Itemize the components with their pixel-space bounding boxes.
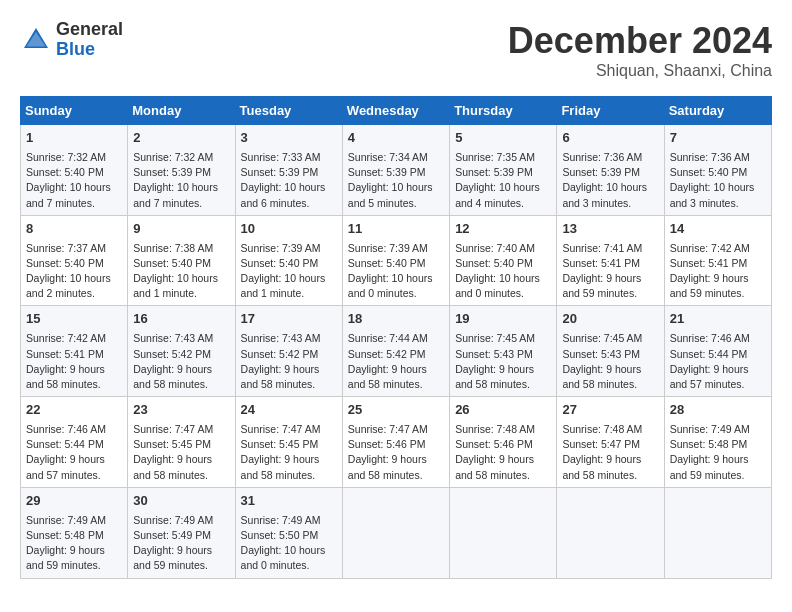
day-number: 4 — [348, 129, 444, 148]
cell-info-line: Sunrise: 7:40 AM — [455, 241, 551, 256]
calendar-cell: 21Sunrise: 7:46 AMSunset: 5:44 PMDayligh… — [664, 306, 771, 397]
day-number: 30 — [133, 492, 229, 511]
calendar-cell: 2Sunrise: 7:32 AMSunset: 5:39 PMDaylight… — [128, 125, 235, 216]
cell-info-line: Sunset: 5:42 PM — [241, 347, 337, 362]
cell-info-line: Sunrise: 7:43 AM — [241, 331, 337, 346]
cell-info-line: Sunrise: 7:49 AM — [26, 513, 122, 528]
cell-info-line: Sunset: 5:40 PM — [26, 165, 122, 180]
cell-info-line: Sunset: 5:44 PM — [26, 437, 122, 452]
cell-info-line: Sunrise: 7:45 AM — [562, 331, 658, 346]
cell-info-line: Sunset: 5:43 PM — [455, 347, 551, 362]
day-number: 20 — [562, 310, 658, 329]
cell-info-line: Sunset: 5:39 PM — [562, 165, 658, 180]
cell-info-line: Sunrise: 7:38 AM — [133, 241, 229, 256]
day-number: 21 — [670, 310, 766, 329]
cell-info-line: Daylight: 10 hours and 0 minutes. — [241, 543, 337, 573]
day-number: 24 — [241, 401, 337, 420]
cell-info-line: Daylight: 9 hours and 58 minutes. — [26, 362, 122, 392]
cell-info-line: Sunset: 5:48 PM — [26, 528, 122, 543]
cell-info-line: Sunrise: 7:34 AM — [348, 150, 444, 165]
cell-info-line: Sunrise: 7:48 AM — [562, 422, 658, 437]
day-number: 27 — [562, 401, 658, 420]
calendar-cell: 19Sunrise: 7:45 AMSunset: 5:43 PMDayligh… — [450, 306, 557, 397]
day-number: 14 — [670, 220, 766, 239]
cell-info-line: Sunrise: 7:45 AM — [455, 331, 551, 346]
cell-info-line: Daylight: 10 hours and 4 minutes. — [455, 180, 551, 210]
cell-info-line: Daylight: 9 hours and 59 minutes. — [670, 452, 766, 482]
cell-info-line: Sunrise: 7:33 AM — [241, 150, 337, 165]
logo-blue: Blue — [56, 40, 123, 60]
calendar-cell: 14Sunrise: 7:42 AMSunset: 5:41 PMDayligh… — [664, 215, 771, 306]
cell-info-line: Daylight: 9 hours and 59 minutes. — [133, 543, 229, 573]
cell-info-line: Sunset: 5:43 PM — [562, 347, 658, 362]
cell-info-line: Daylight: 10 hours and 7 minutes. — [26, 180, 122, 210]
calendar-cell: 30Sunrise: 7:49 AMSunset: 5:49 PMDayligh… — [128, 487, 235, 578]
cell-info-line: Sunrise: 7:49 AM — [241, 513, 337, 528]
cell-info-line: Daylight: 10 hours and 6 minutes. — [241, 180, 337, 210]
cell-info-line: Sunset: 5:40 PM — [348, 256, 444, 271]
cell-info-line: Sunrise: 7:42 AM — [26, 331, 122, 346]
title-block: December 2024 Shiquan, Shaanxi, China — [508, 20, 772, 80]
day-number: 25 — [348, 401, 444, 420]
calendar-cell: 8Sunrise: 7:37 AMSunset: 5:40 PMDaylight… — [21, 215, 128, 306]
cell-info-line: Sunrise: 7:36 AM — [670, 150, 766, 165]
calendar-header-row: SundayMondayTuesdayWednesdayThursdayFrid… — [21, 97, 772, 125]
cell-info-line: Sunrise: 7:39 AM — [348, 241, 444, 256]
day-number: 15 — [26, 310, 122, 329]
day-number: 10 — [241, 220, 337, 239]
day-number: 17 — [241, 310, 337, 329]
day-number: 7 — [670, 129, 766, 148]
cell-info-line: Sunset: 5:42 PM — [133, 347, 229, 362]
cell-info-line: Daylight: 9 hours and 57 minutes. — [26, 452, 122, 482]
day-number: 5 — [455, 129, 551, 148]
calendar-header-saturday: Saturday — [664, 97, 771, 125]
day-number: 18 — [348, 310, 444, 329]
cell-info-line: Sunset: 5:42 PM — [348, 347, 444, 362]
cell-info-line: Daylight: 9 hours and 58 minutes. — [562, 452, 658, 482]
cell-info-line: Sunset: 5:41 PM — [26, 347, 122, 362]
day-number: 1 — [26, 129, 122, 148]
day-number: 2 — [133, 129, 229, 148]
cell-info-line: Daylight: 9 hours and 58 minutes. — [455, 452, 551, 482]
calendar-cell: 22Sunrise: 7:46 AMSunset: 5:44 PMDayligh… — [21, 397, 128, 488]
cell-info-line: Sunrise: 7:49 AM — [670, 422, 766, 437]
logo-general: General — [56, 20, 123, 40]
cell-info-line: Sunset: 5:39 PM — [241, 165, 337, 180]
calendar-header-monday: Monday — [128, 97, 235, 125]
calendar-cell: 9Sunrise: 7:38 AMSunset: 5:40 PMDaylight… — [128, 215, 235, 306]
cell-info-line: Sunrise: 7:47 AM — [348, 422, 444, 437]
calendar-cell: 1Sunrise: 7:32 AMSunset: 5:40 PMDaylight… — [21, 125, 128, 216]
cell-info-line: Sunrise: 7:43 AM — [133, 331, 229, 346]
logo-text: General Blue — [56, 20, 123, 60]
cell-info-line: Daylight: 10 hours and 0 minutes. — [348, 271, 444, 301]
location: Shiquan, Shaanxi, China — [508, 62, 772, 80]
cell-info-line: Sunrise: 7:47 AM — [241, 422, 337, 437]
cell-info-line: Sunset: 5:49 PM — [133, 528, 229, 543]
cell-info-line: Sunset: 5:46 PM — [455, 437, 551, 452]
cell-info-line: Daylight: 9 hours and 58 minutes. — [133, 362, 229, 392]
cell-info-line: Sunset: 5:50 PM — [241, 528, 337, 543]
day-number: 12 — [455, 220, 551, 239]
calendar-cell: 3Sunrise: 7:33 AMSunset: 5:39 PMDaylight… — [235, 125, 342, 216]
cell-info-line: Sunrise: 7:48 AM — [455, 422, 551, 437]
cell-info-line: Sunset: 5:48 PM — [670, 437, 766, 452]
month-title: December 2024 — [508, 20, 772, 62]
cell-info-line: Sunset: 5:44 PM — [670, 347, 766, 362]
logo: General Blue — [20, 20, 123, 60]
calendar-table: SundayMondayTuesdayWednesdayThursdayFrid… — [20, 96, 772, 579]
cell-info-line: Daylight: 9 hours and 59 minutes. — [26, 543, 122, 573]
calendar-header-wednesday: Wednesday — [342, 97, 449, 125]
calendar-cell: 31Sunrise: 7:49 AMSunset: 5:50 PMDayligh… — [235, 487, 342, 578]
calendar-week-row: 8Sunrise: 7:37 AMSunset: 5:40 PMDaylight… — [21, 215, 772, 306]
cell-info-line: Sunset: 5:40 PM — [670, 165, 766, 180]
calendar-cell — [664, 487, 771, 578]
calendar-week-row: 15Sunrise: 7:42 AMSunset: 5:41 PMDayligh… — [21, 306, 772, 397]
calendar-cell: 7Sunrise: 7:36 AMSunset: 5:40 PMDaylight… — [664, 125, 771, 216]
calendar-cell: 27Sunrise: 7:48 AMSunset: 5:47 PMDayligh… — [557, 397, 664, 488]
calendar-cell: 11Sunrise: 7:39 AMSunset: 5:40 PMDayligh… — [342, 215, 449, 306]
cell-info-line: Sunset: 5:45 PM — [241, 437, 337, 452]
cell-info-line: Daylight: 9 hours and 58 minutes. — [241, 452, 337, 482]
cell-info-line: Sunrise: 7:37 AM — [26, 241, 122, 256]
cell-info-line: Sunset: 5:40 PM — [455, 256, 551, 271]
calendar-week-row: 1Sunrise: 7:32 AMSunset: 5:40 PMDaylight… — [21, 125, 772, 216]
